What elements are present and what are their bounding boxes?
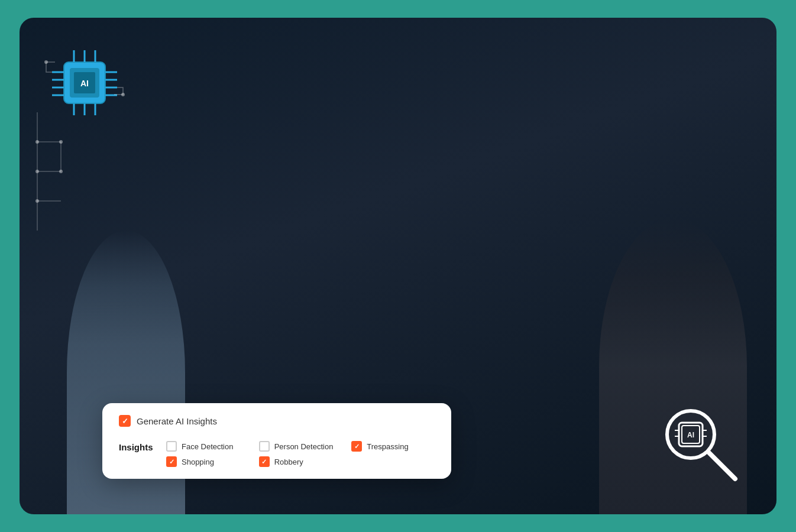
svg-text:AI: AI	[80, 79, 89, 88]
insights-checkboxes: Face Detection Person Detection Trespass…	[166, 441, 435, 467]
svg-text:AI: AI	[687, 431, 694, 439]
insights-card: Generate AI Insights Insights Face Detec…	[102, 403, 451, 479]
svg-point-29	[121, 93, 125, 96]
svg-point-8	[59, 170, 63, 173]
svg-point-9	[35, 199, 39, 203]
checkbox-shopping: Shopping	[166, 456, 250, 467]
generate-label: Generate AI Insights	[137, 416, 217, 426]
generate-checkbox[interactable]	[119, 415, 131, 427]
svg-point-28	[44, 60, 48, 64]
checkbox-person-detection: Person Detection	[259, 441, 342, 452]
svg-point-6	[59, 140, 63, 144]
svg-line-38	[708, 452, 735, 479]
circuit-lines	[31, 112, 67, 233]
checkbox-shopping-label: Shopping	[182, 458, 214, 466]
checkbox-person-detection-label: Person Detection	[274, 442, 334, 451]
generate-insights-row: Generate AI Insights	[119, 415, 435, 433]
insights-label: Insights	[119, 441, 166, 452]
ai-search-icon: AI	[658, 402, 741, 485]
checkbox-face-detection: Face Detection	[166, 441, 250, 452]
checkbox-robbery-box[interactable]	[259, 456, 270, 467]
checkbox-trespassing-box[interactable]	[351, 441, 362, 452]
svg-point-7	[35, 170, 39, 173]
insights-main-row: Insights Face Detection Person Detection…	[119, 441, 435, 467]
ai-chip-icon: AI	[37, 35, 132, 130]
checkbox-face-detection-box[interactable]	[166, 441, 177, 452]
checkbox-shopping-box[interactable]	[166, 456, 177, 467]
svg-point-5	[35, 140, 39, 144]
checkbox-trespassing-label: Trespassing	[367, 442, 408, 451]
checkbox-trespassing: Trespassing	[351, 441, 435, 452]
checkbox-robbery: Robbery	[259, 456, 342, 467]
main-container: ← Back Camera Settings AI/SPEED... Camer…	[20, 18, 776, 514]
checkbox-robbery-label: Robbery	[274, 458, 303, 466]
checkbox-face-detection-label: Face Detection	[182, 442, 233, 451]
checkbox-person-detection-box[interactable]	[259, 441, 270, 452]
